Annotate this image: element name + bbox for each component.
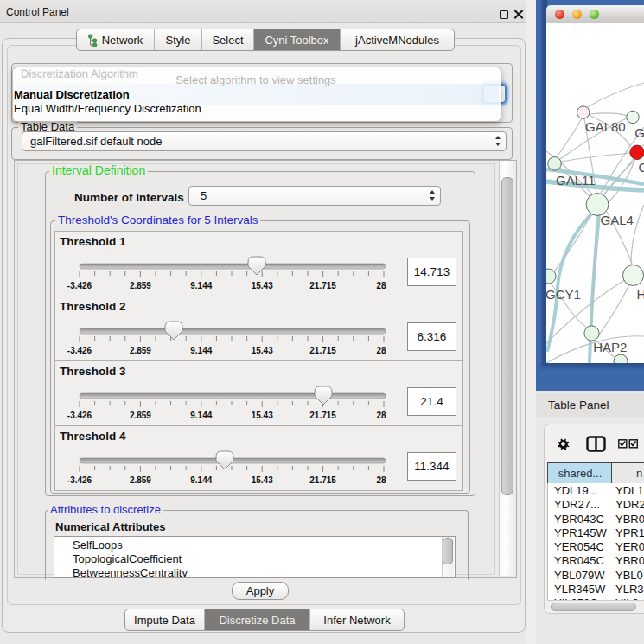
svg-text:GCY1: GCY1 — [546, 287, 581, 302]
svg-text:15.43: 15.43 — [252, 475, 273, 485]
svg-text:28: 28 — [376, 475, 386, 485]
svg-text:GAL80: GAL80 — [585, 119, 626, 134]
svg-text:21.715: 21.715 — [309, 346, 336, 355]
svg-text:28: 28 — [376, 346, 386, 355]
svg-text:2.859: 2.859 — [130, 346, 151, 355]
svg-text:-3.426: -3.426 — [67, 411, 92, 420]
svg-text:15.43: 15.43 — [252, 346, 273, 355]
svg-text:-3.426: -3.426 — [67, 475, 92, 485]
svg-text:C: C — [639, 160, 644, 175]
svg-text:15.43: 15.43 — [252, 411, 273, 420]
svg-text:-3.426: -3.426 — [67, 346, 92, 355]
svg-text:-3.426: -3.426 — [67, 281, 92, 290]
svg-text:28: 28 — [376, 281, 386, 290]
svg-text:GA: GA — [634, 125, 644, 140]
svg-text:9.144: 9.144 — [190, 411, 212, 420]
svg-text:15.43: 15.43 — [252, 281, 273, 290]
svg-text:21.715: 21.715 — [309, 281, 336, 290]
svg-text:28: 28 — [376, 411, 386, 420]
svg-text:GAL4: GAL4 — [601, 213, 634, 227]
svg-text:H: H — [636, 287, 644, 302]
svg-text:21.715: 21.715 — [309, 475, 336, 485]
svg-text:HAP2: HAP2 — [593, 340, 627, 354]
svg-text:9.144: 9.144 — [190, 281, 212, 290]
svg-text:21.715: 21.715 — [309, 411, 336, 420]
svg-text:2.859: 2.859 — [130, 411, 151, 420]
svg-text:9.144: 9.144 — [190, 346, 212, 355]
svg-text:2.859: 2.859 — [130, 281, 151, 290]
svg-text:2.859: 2.859 — [130, 475, 151, 485]
svg-text:GAL11: GAL11 — [556, 173, 596, 188]
svg-text:9.144: 9.144 — [190, 475, 212, 485]
